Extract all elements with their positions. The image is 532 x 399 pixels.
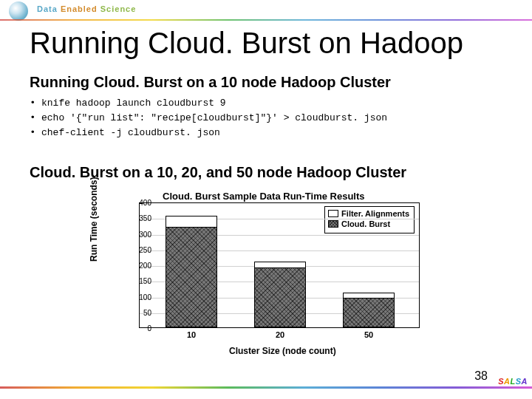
chart-ytick: 300 xyxy=(122,230,151,238)
chart-xlabel: Cluster Size (node count) xyxy=(229,346,336,356)
command-item: •echo '{"run list": "recipe[cloudburst]"… xyxy=(31,111,387,126)
chart-xtick: 50 xyxy=(364,330,373,339)
chart-bar-group xyxy=(254,202,306,327)
legend-swatch-filter-icon xyxy=(328,210,338,217)
chart-ytick: 250 xyxy=(122,245,151,253)
brand-word-3: Science xyxy=(100,4,137,13)
command-text: chef-client -j cloudburst. json xyxy=(41,127,220,138)
brand-word-2: Enabled xyxy=(61,4,98,13)
chart-bar-cloud xyxy=(254,267,306,327)
chart-xtick: 10 xyxy=(187,330,196,339)
chart: Cloud. Burst Sample Data Run-Time Result… xyxy=(96,188,436,355)
chart-title: Cloud. Burst Sample Data Run-Time Result… xyxy=(163,191,365,202)
chart-ytick: 400 xyxy=(122,199,151,207)
chart-ytick: 150 xyxy=(122,277,151,285)
chart-ylabel: Run Time (seconds) xyxy=(89,177,99,262)
chart-ytick: 200 xyxy=(122,262,151,270)
command-item: •chef-client -j cloudburst. json xyxy=(31,126,387,140)
chart-plot-area: Filter. Alignments Cloud. Burst 102050 xyxy=(139,202,420,328)
command-list: •knife hadoop launch cloudburst 9 •echo … xyxy=(31,96,387,140)
brand-orb-icon xyxy=(9,1,28,21)
chart-bar-cloud xyxy=(343,298,395,327)
section-heading-2: Cloud. Burst on a 10, 20, and 50 node Ha… xyxy=(30,164,406,181)
chart-bar-cloud xyxy=(166,227,217,327)
chart-ytick: 0 xyxy=(122,324,151,332)
chart-ytick: 100 xyxy=(122,293,151,301)
chart-bar-group xyxy=(166,202,217,327)
top-divider xyxy=(0,19,532,21)
chart-ytick: 50 xyxy=(122,308,151,316)
bottom-divider xyxy=(0,386,532,389)
command-text: knife hadoop launch cloudburst 9 xyxy=(41,98,226,109)
command-item: •knife hadoop launch cloudburst 9 xyxy=(31,96,387,111)
section-heading-1: Running Cloud. Burst on a 10 node Hadoop… xyxy=(30,74,391,91)
footer-logo: SALSA xyxy=(498,377,528,386)
command-text: echo '{"run list": "recipe[cloudburst]"}… xyxy=(41,112,387,123)
brand-text: Data Enabled Science xyxy=(37,4,136,13)
page-number: 38 xyxy=(474,369,488,383)
legend-swatch-cloud-icon xyxy=(328,220,338,228)
page-title: Running Cloud. Burst on Hadoop xyxy=(30,27,463,60)
chart-bar-group xyxy=(343,202,395,327)
brand-word-1: Data xyxy=(37,4,58,13)
chart-xtick: 20 xyxy=(276,330,284,339)
chart-ytick: 350 xyxy=(122,214,151,222)
